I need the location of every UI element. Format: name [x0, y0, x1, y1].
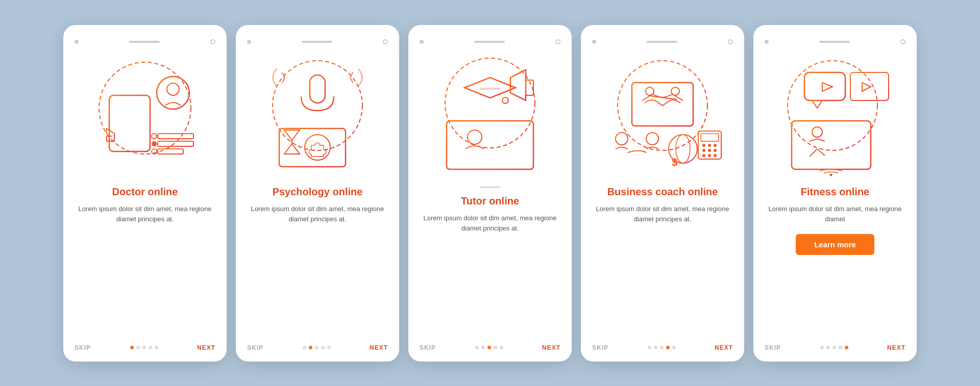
card-5-text: Lorem ipsum dolor sit dim amet, mea regi…: [765, 204, 905, 225]
card-1-next[interactable]: NEXT: [197, 344, 215, 351]
cards-container: Doctor online Lorem ipsum dolor sit dim …: [43, 10, 937, 377]
svg-text:$: $: [672, 157, 677, 168]
svg-point-54: [708, 144, 711, 147]
card-5-title: Fitness online: [801, 186, 869, 198]
card-3-footer: SKIP NEXT: [420, 340, 560, 351]
status-circle-1: [210, 39, 215, 44]
card-4-next[interactable]: NEXT: [715, 344, 733, 351]
svg-rect-9: [158, 149, 183, 154]
card-1-skip[interactable]: SKIP: [75, 344, 91, 351]
card-1-title: Doctor online: [112, 186, 178, 198]
card-2-title: Psychology online: [273, 186, 363, 198]
card-1-dots: [130, 346, 158, 349]
card-fitness-online: Fitness online Lorem ipsum dolor sit dim…: [753, 25, 917, 362]
svg-point-58: [714, 149, 717, 152]
illustration-doctor: [79, 49, 211, 182]
dot-3: [142, 346, 146, 349]
dot-3: [315, 346, 318, 349]
card-2-next[interactable]: NEXT: [370, 344, 388, 351]
svg-marker-66: [822, 83, 832, 91]
dot-1: [475, 346, 479, 349]
svg-point-33: [468, 130, 482, 144]
status-dot-3: [420, 40, 424, 44]
dot-2: [654, 346, 657, 349]
svg-point-5: [157, 76, 189, 109]
card-4-title: Business coach online: [607, 186, 718, 198]
card-4-dots: [648, 346, 676, 349]
status-line-1: [129, 41, 160, 43]
card-1-footer: SKIP NEXT: [75, 340, 215, 351]
svg-point-10: [152, 134, 157, 139]
svg-point-11: [152, 141, 157, 146]
card-tutor-online: Tutor online Lorem ipsum dolor sit dim a…: [408, 25, 572, 362]
card-business-coach-online: $ Business coach online Lorem ipsum dolo…: [581, 25, 744, 362]
svg-point-76: [830, 173, 832, 176]
dot-4: [839, 346, 842, 349]
svg-rect-1: [109, 95, 150, 151]
svg-rect-14: [310, 75, 325, 103]
svg-point-61: [714, 154, 717, 157]
svg-point-45: [646, 133, 658, 145]
status-dot-5: [765, 40, 769, 44]
svg-rect-25: [480, 88, 500, 90]
illustration-business: $: [596, 49, 729, 182]
status-circle-2: [383, 39, 388, 44]
svg-point-42: [646, 87, 654, 95]
svg-point-6: [167, 83, 179, 95]
dot-2: [481, 346, 485, 349]
svg-point-70: [812, 127, 822, 137]
status-circle-3: [555, 39, 560, 44]
dot-3: [487, 346, 491, 349]
svg-rect-52: [701, 134, 719, 141]
status-line-4: [647, 41, 677, 43]
svg-point-55: [714, 144, 717, 147]
card-5-next[interactable]: NEXT: [887, 344, 905, 351]
svg-point-53: [702, 144, 705, 147]
card-2-text: Lorem ipsum dolor sit dim amet, mea regi…: [247, 204, 388, 225]
status-line-3: [474, 41, 505, 43]
svg-point-27: [502, 97, 508, 104]
card-3-dots: [475, 346, 503, 349]
status-bar-2: [247, 39, 388, 44]
svg-point-56: [702, 149, 705, 152]
dot-2: [136, 346, 140, 349]
learn-more-button[interactable]: Learn more: [796, 234, 874, 255]
dot-1: [130, 346, 134, 349]
status-dot-2: [247, 40, 251, 44]
card-2-skip[interactable]: SKIP: [247, 344, 263, 351]
illustration-tutor: [424, 49, 556, 182]
card-2-dots: [303, 346, 331, 349]
svg-rect-40: [632, 83, 693, 126]
status-dot-4: [592, 40, 596, 44]
status-bar-5: [765, 39, 905, 44]
card-3-skip[interactable]: SKIP: [420, 344, 436, 351]
dot-3: [660, 346, 664, 349]
status-bar-3: [420, 39, 560, 44]
svg-point-13: [273, 61, 362, 150]
card-3-title: Tutor online: [461, 195, 519, 207]
svg-marker-28: [510, 70, 526, 100]
svg-point-59: [702, 154, 705, 157]
illustration-psychology: [251, 49, 384, 182]
card-psychology-online: Psychology online Lorem ipsum dolor sit …: [236, 25, 399, 362]
card-4-skip[interactable]: SKIP: [592, 344, 608, 351]
svg-marker-75: [862, 83, 871, 91]
svg-rect-64: [804, 72, 845, 100]
card-5-dots: [820, 346, 848, 349]
dot-5: [155, 346, 158, 349]
svg-rect-67: [792, 121, 871, 169]
divider-3: [480, 186, 500, 188]
card-4-text: Lorem ipsum dolor sit dim amet, mea regi…: [592, 204, 733, 225]
svg-rect-7: [158, 134, 193, 139]
card-5-skip[interactable]: SKIP: [765, 344, 781, 351]
dot-4: [666, 346, 670, 349]
svg-rect-30: [447, 121, 533, 169]
status-line-5: [819, 41, 850, 43]
card-doctor-online: Doctor online Lorem ipsum dolor sit dim …: [63, 25, 227, 362]
dot-4: [149, 346, 152, 349]
dot-5: [672, 346, 676, 349]
svg-point-43: [671, 87, 679, 95]
card-3-next[interactable]: NEXT: [542, 344, 560, 351]
svg-marker-20: [284, 130, 300, 154]
card-1-text: Lorem ipsum dolor sit dim amet, mea regi…: [75, 204, 215, 225]
